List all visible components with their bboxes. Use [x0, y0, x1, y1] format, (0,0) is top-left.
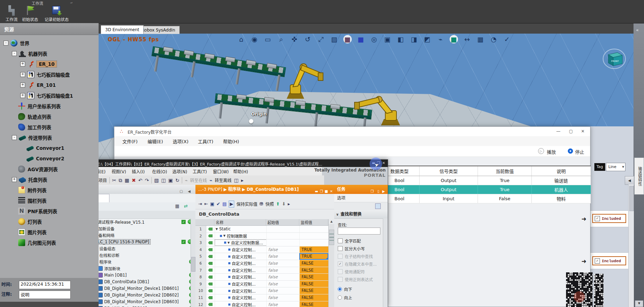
monitor-value[interactable] [299, 233, 328, 239]
more-icon[interactable]: ▸ [241, 177, 243, 183]
expand-members-icon[interactable]: ▤ [222, 201, 227, 207]
split-view-icon[interactable]: ▢ [180, 187, 183, 196]
copy-icon[interactable]: ⧉ [119, 177, 122, 183]
go-online-button[interactable]: 转至在线 [190, 177, 207, 183]
collapse-sidebar-icon[interactable]: ‹ [4, 26, 95, 31]
find-input[interactable] [338, 228, 380, 235]
sidebar-item-15[interactable]: 附件列表 [12, 185, 46, 195]
db-row-12[interactable]: 12自定义控制...falseFALSE [195, 301, 328, 307]
sidebar-item-5[interactable]: +ER_101 [20, 80, 56, 90]
sidebar-item-14[interactable]: +托盘列表 [12, 174, 47, 185]
orientation-cube[interactable]: FRONT [602, 46, 627, 71]
robot-er10-model[interactable] [277, 57, 328, 101]
db-row-7[interactable]: 7自定义控制...falseFALSE [195, 267, 328, 274]
db-row-2[interactable]: 2▼控制端数据 [195, 233, 328, 240]
keep-values-icon[interactable]: ▣ [210, 201, 214, 207]
collapse-panel-icon[interactable]: ◀ [188, 187, 191, 196]
expand-icon[interactable]: ▼ [228, 241, 230, 244]
find-option-6[interactable]: 使用正则表达式 [338, 277, 373, 282]
sidebar-item-4[interactable]: +七巧板四轴吸盘 [20, 69, 70, 80]
stop-radio-icon[interactable] [568, 148, 573, 154]
sidebar-item-3[interactable]: +ER_10 [20, 59, 57, 69]
monitor-value[interactable] [299, 239, 328, 246]
vertex-mode-icon[interactable]: ■ [343, 35, 352, 43]
er-menu-4[interactable]: 工具(T) [198, 138, 213, 145]
box-view-icon[interactable]: ▣ [383, 35, 392, 43]
er-menu-1[interactable]: 文件(F) [122, 138, 138, 145]
undo-icon[interactable]: ↶ [138, 177, 142, 183]
included-checkbox-2[interactable]: ✓ Included [592, 256, 626, 265]
stop-cpu-icon[interactable]: ↻ [176, 177, 180, 183]
download-icon[interactable]: ◫ [161, 177, 166, 183]
monitor-value[interactable]: TRUE [299, 246, 328, 253]
shading-icon[interactable]: ▨ [330, 35, 338, 43]
monitor-value[interactable] [299, 226, 328, 232]
db-icon[interactable]: ⛃ [259, 201, 263, 207]
db-row-8[interactable]: 8自定义控制...falseFALSE [195, 274, 328, 281]
minimize-editor-icon[interactable]: ▬ [315, 187, 318, 196]
sidebar-item-17[interactable]: NPNF系统列表 [12, 206, 57, 216]
volume-icon[interactable]: ▦ [476, 35, 485, 43]
home-icon[interactable]: ⌂ [237, 35, 245, 43]
tia-menu-8[interactable]: 窗口(W) [213, 168, 229, 174]
delete-icon[interactable]: ✖ [132, 177, 136, 183]
copy-snapshot-icon[interactable]: ⬇ [282, 201, 286, 207]
tia-title-bar[interactable]: TIA Siemens - E:\【04】工作资料\【02】ER_Factory… [67, 160, 388, 167]
expand-icon[interactable]: ▼ [223, 234, 226, 237]
compile-icon[interactable]: ▧ [154, 177, 159, 183]
expand-toggle-icon[interactable]: - [12, 51, 17, 56]
db-row-10[interactable]: 10自定义控制...falseFALSE [195, 287, 328, 294]
db-row-3[interactable]: 3▼自定义控制数据... [195, 239, 328, 246]
sidebar-item-8[interactable]: 轨迹点列表 [12, 111, 51, 122]
signal-row-1[interactable]: BoolOutputTrue输送链 [380, 176, 591, 185]
db-row-4[interactable]: 4自定义控制...falseTRUE [195, 246, 328, 253]
find-option-3[interactable]: 在子结构中查找 [338, 253, 373, 259]
reset-values-icon[interactable]: ✔ [216, 201, 220, 207]
side-tab-conveyor-properties[interactable]: 输送链特性 [634, 158, 644, 195]
expand-toggle-icon[interactable]: - [3, 41, 8, 46]
db-row-6[interactable]: 6自定义控制...falseFALSE [195, 260, 328, 267]
er-menu-5[interactable]: 帮助(H) [223, 138, 239, 145]
diagnostics-icon[interactable]: ◫ [234, 177, 238, 183]
tia-menu-3[interactable]: 视图(V) [112, 168, 126, 174]
plane-yz-icon[interactable]: ◨ [410, 35, 418, 43]
comment-field[interactable]: 说明 [19, 291, 71, 299]
paste-icon[interactable]: ▦ [124, 177, 129, 183]
sidebar-item-9[interactable]: 加工件列表 [12, 122, 51, 132]
expand-toggle-icon[interactable]: - [12, 135, 17, 140]
close-editor-icon[interactable]: ✕ [330, 187, 333, 196]
expand-toggle-icon[interactable]: + [12, 177, 17, 182]
checkbox-icon[interactable] [338, 238, 343, 243]
editor-breadcrumb[interactable]: ...-3 PN/DP] ▶ 程序块 ▶ DB_ControlData [DB1… [195, 185, 334, 194]
checkbox-icon[interactable] [338, 246, 343, 251]
redo-icon[interactable]: ↷ [145, 177, 149, 183]
load-snapshot-icon[interactable]: ⬆ [276, 201, 280, 207]
find-card-icon[interactable] [375, 203, 381, 209]
monitor-all-icon[interactable]: ▶ [229, 201, 234, 208]
signal-row-2[interactable]: BoolOutputTrue机器人 [380, 185, 591, 194]
er-menu-3[interactable]: 选项(X) [173, 138, 188, 145]
tasks-scrollbar[interactable] [383, 218, 388, 307]
sidebar-item-13[interactable]: AGV资源列表 [12, 164, 58, 174]
monitor-value[interactable]: TRUE [299, 253, 328, 260]
collapse-right-icon[interactable]: « [636, 27, 639, 33]
go-offline-icon[interactable]: ⌁ [209, 177, 212, 183]
details-view-icon[interactable]: ▦ [175, 203, 179, 209]
monitor-value[interactable]: FALSE [299, 260, 328, 267]
tree-scrollbar[interactable] [191, 218, 195, 307]
direction-radio-2[interactable]: 向上 [338, 295, 352, 300]
hook-icon[interactable]: ⌁ [436, 35, 445, 43]
radio-icon[interactable] [338, 295, 342, 300]
find-option-4[interactable]: ✓在隐藏文本中查... [338, 261, 377, 267]
monitor-value[interactable]: FALSE [299, 267, 328, 274]
tab-3d-environment[interactable]: 3D Environment [101, 25, 144, 34]
distance-icon[interactable]: ↔ [463, 35, 471, 43]
float-editor-icon[interactable]: ❐ [320, 187, 323, 196]
db-row-11[interactable]: 11自定义控制...falseFALSE [195, 294, 328, 301]
tia-menu-4[interactable]: 插入(I) [132, 168, 145, 174]
sidebar-item-11[interactable]: Conveyor1 [20, 143, 64, 153]
included-checkbox-1[interactable]: ✓ Included [592, 214, 626, 223]
db-row-1[interactable]: 1▼Static [195, 226, 328, 233]
start-cpu-icon[interactable]: ▣ [168, 177, 173, 183]
sidebar-item-7[interactable]: 用户坐标系列表 [12, 101, 61, 111]
